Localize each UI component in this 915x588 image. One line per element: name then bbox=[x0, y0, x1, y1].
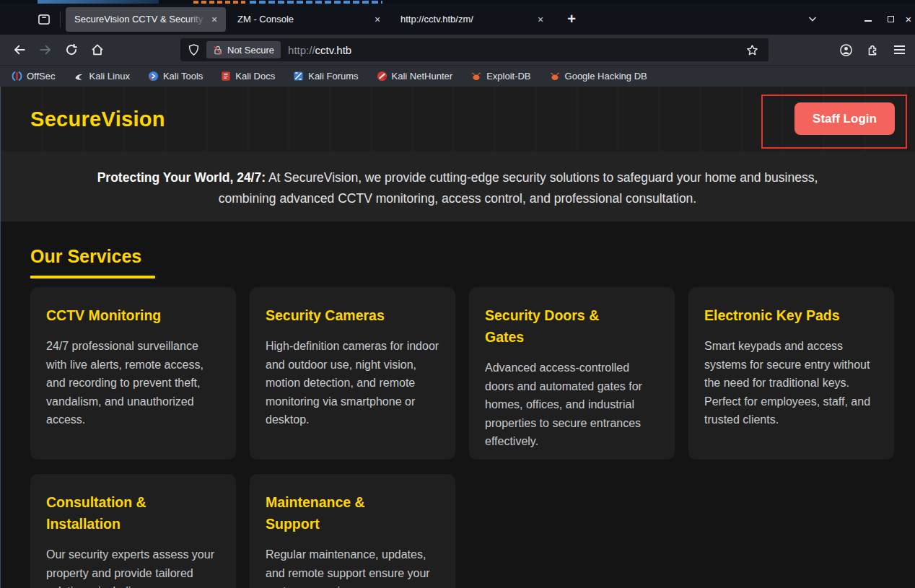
card-body: Our security experts assess your propert… bbox=[46, 545, 220, 588]
tagline-line1: At SecureVision, we provide cutting-edge… bbox=[266, 170, 818, 185]
bookmark-exploit-db[interactable]: Exploit-DB bbox=[470, 71, 530, 82]
broken-lock-icon bbox=[213, 45, 223, 56]
card-body: High-definition cameras for indoor and o… bbox=[266, 337, 439, 429]
site-security-chip[interactable]: Not Secure bbox=[206, 41, 281, 58]
window-minimize-button[interactable] bbox=[859, 9, 877, 28]
tab-cctv-zm[interactable]: http://cctv.htb/zm/ × bbox=[392, 7, 552, 32]
tracking-shield-icon[interactable] bbox=[188, 43, 200, 56]
tab-securevision[interactable]: SecureVision CCTV & Security × bbox=[66, 7, 226, 32]
services-heading-underline bbox=[30, 276, 155, 278]
bookmarks-bar: OffSec Kali Linux Kali Tools Kali Docs K… bbox=[0, 65, 915, 87]
services-section: Our Services CCTV Monitoring 24/7 profes… bbox=[0, 245, 915, 588]
account-icon[interactable] bbox=[835, 39, 857, 61]
toolbar-right-actions bbox=[835, 39, 910, 61]
card-title: CCTV Monitoring bbox=[46, 304, 196, 326]
card-body: 24/7 professional surveillance with live… bbox=[46, 337, 220, 429]
services-heading: Our Services bbox=[30, 245, 885, 267]
kali-tools-icon bbox=[148, 71, 159, 82]
offsec-icon bbox=[12, 71, 22, 82]
tab-close-icon[interactable]: × bbox=[207, 12, 222, 27]
card-title: Electronic Key Pads bbox=[704, 304, 854, 326]
reload-button[interactable] bbox=[60, 38, 83, 61]
service-card-electronic-key-pads: Electronic Key Pads Smart keypads and ac… bbox=[688, 287, 894, 460]
tab-bar: SecureVision CCTV & Security × ZM - Cons… bbox=[0, 4, 915, 35]
bookmark-offsec[interactable]: OffSec bbox=[12, 71, 56, 82]
bookmark-kali-nethunter[interactable]: Kali NetHunter bbox=[377, 71, 453, 82]
card-title: Maintenance & Support bbox=[266, 491, 416, 535]
card-body: Smart keypads and access systems for sec… bbox=[704, 337, 878, 429]
tagline-banner: Protecting Your World, 24/7: At SecureVi… bbox=[0, 152, 915, 221]
tagline-bold: Protecting Your World, 24/7: bbox=[97, 170, 266, 185]
bookmark-google-hacking-db[interactable]: Google Hacking DB bbox=[549, 71, 647, 82]
card-title: Consultation & Installation bbox=[46, 491, 196, 535]
service-card-security-cameras: Security Cameras High-definition cameras… bbox=[250, 287, 455, 460]
service-card-maintenance-support: Maintenance & Support Regular maintenanc… bbox=[250, 474, 455, 588]
bookmark-kali-docs[interactable]: Kali Docs bbox=[221, 71, 275, 82]
extensions-puzzle-icon[interactable] bbox=[862, 39, 883, 61]
kali-dragon-icon bbox=[74, 71, 85, 82]
back-button[interactable] bbox=[8, 38, 31, 61]
card-body: Regular maintenance, updates, and remote… bbox=[266, 545, 439, 588]
service-card-cctv-monitoring: CCTV Monitoring 24/7 professional survei… bbox=[30, 287, 236, 460]
tab-zm-console[interactable]: ZM - Console × bbox=[229, 7, 389, 32]
kali-nethunter-icon bbox=[377, 71, 388, 82]
tab-title: http://cctv.htb/zm/ bbox=[400, 14, 533, 25]
list-tabs-chevron-icon[interactable] bbox=[803, 9, 822, 28]
ghdb-bug-icon bbox=[549, 71, 561, 82]
window-maximize-button[interactable] bbox=[882, 9, 899, 28]
card-body: Advanced access-controlled doors and aut… bbox=[485, 359, 659, 451]
url-bar[interactable]: Not Secure http://cctv.htb bbox=[180, 38, 769, 61]
kali-docs-icon bbox=[221, 71, 231, 82]
url-scheme: http:// bbox=[288, 44, 315, 56]
url-host: cctv.htb bbox=[315, 44, 352, 56]
firefox-view-icon[interactable] bbox=[33, 9, 55, 30]
tab-title: ZM - Console bbox=[237, 14, 370, 25]
card-title: Security Doors & Gates bbox=[485, 304, 635, 348]
tab-close-icon[interactable]: × bbox=[370, 12, 385, 27]
exploit-db-bug-icon bbox=[470, 71, 482, 82]
navigation-toolbar: Not Secure http://cctv.htb bbox=[0, 35, 915, 65]
card-title: Security Cameras bbox=[266, 304, 416, 326]
tab-close-icon[interactable]: × bbox=[533, 12, 548, 27]
service-card-security-doors-gates: Security Doors & Gates Advanced access-c… bbox=[469, 287, 675, 460]
tab-separator bbox=[60, 12, 61, 27]
bookmark-star-icon[interactable] bbox=[743, 40, 761, 59]
menu-hamburger-icon[interactable] bbox=[888, 39, 910, 61]
site-brand: SecureVision bbox=[30, 107, 165, 131]
tagline-line2: combining advanced CCTV monitoring, acce… bbox=[219, 191, 696, 206]
window-close-button[interactable]: × bbox=[902, 9, 915, 28]
red-annotation-box: Staff Login bbox=[761, 95, 907, 149]
url-text: http://cctv.htb bbox=[288, 44, 351, 56]
bookmark-kali-linux[interactable]: Kali Linux bbox=[74, 71, 130, 82]
tab-title-fade bbox=[187, 10, 206, 29]
security-label: Not Secure bbox=[227, 45, 274, 56]
new-tab-button[interactable]: + bbox=[561, 9, 582, 30]
site-header: SecureVision Staff Login bbox=[0, 87, 915, 152]
window-edge-accent bbox=[0, 87, 1, 588]
services-grid: CCTV Monitoring 24/7 professional survei… bbox=[30, 287, 885, 588]
bookmark-kali-tools[interactable]: Kali Tools bbox=[148, 71, 203, 82]
staff-login-button[interactable]: Staff Login bbox=[794, 102, 895, 135]
home-button[interactable] bbox=[86, 38, 109, 61]
forward-button[interactable] bbox=[34, 38, 57, 61]
service-card-consultation-installation: Consultation & Installation Our security… bbox=[30, 474, 236, 588]
bookmark-kali-forums[interactable]: Kali Forums bbox=[293, 71, 358, 82]
kali-forums-icon bbox=[293, 71, 304, 82]
web-content: SecureVision Staff Login Protecting Your… bbox=[0, 87, 915, 588]
